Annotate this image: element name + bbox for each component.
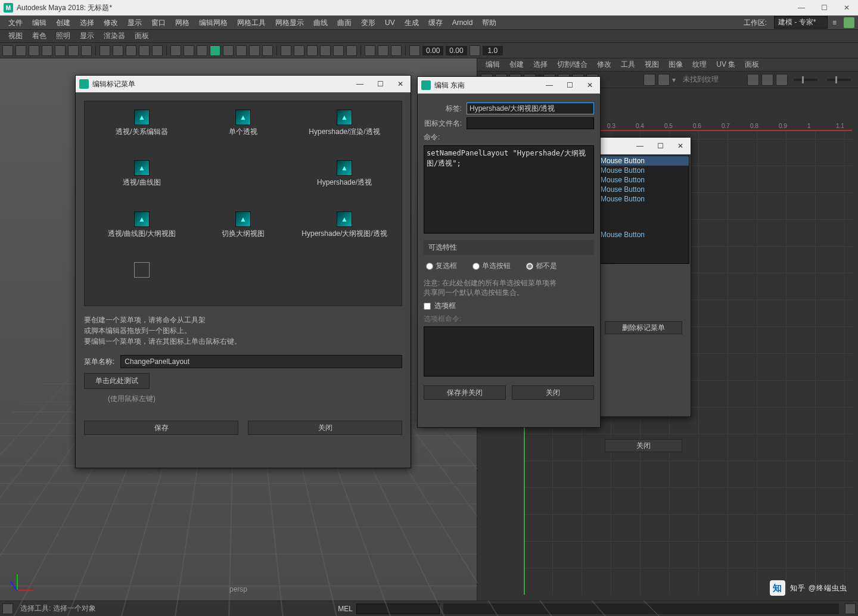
menu-item[interactable]: 变形 bbox=[356, 15, 380, 30]
coord-x[interactable]: 0.00 bbox=[422, 46, 443, 55]
delete-marking-button[interactable]: 删除标记菜单 bbox=[605, 321, 682, 334]
tool-icon[interactable] bbox=[249, 45, 260, 56]
menu-name-input[interactable] bbox=[120, 355, 402, 368]
marking-item-icon[interactable] bbox=[337, 110, 352, 125]
marking-item-icon[interactable] bbox=[134, 110, 150, 125]
close-button[interactable]: 关闭 bbox=[512, 385, 594, 400]
optionbox-command-textarea[interactable] bbox=[424, 326, 594, 377]
uv-menu[interactable]: 编辑 bbox=[481, 60, 505, 70]
menu-item[interactable]: 修改 bbox=[99, 15, 123, 30]
icon-file-input[interactable] bbox=[467, 117, 594, 129]
minimize-button[interactable]: — bbox=[539, 77, 559, 94]
scale-icon[interactable] bbox=[55, 45, 66, 56]
workspace-menu-icon[interactable]: ≡ bbox=[830, 15, 839, 30]
menu-item[interactable]: 曲线 bbox=[309, 15, 332, 30]
uv-menu[interactable]: UV 集 bbox=[711, 60, 740, 70]
uv-menu[interactable]: 选择 bbox=[529, 60, 552, 70]
uv-menu[interactable]: 图像 bbox=[664, 60, 688, 70]
menu-item[interactable]: Arnold bbox=[447, 15, 478, 30]
close-button[interactable]: 关闭 bbox=[605, 439, 682, 452]
lock-icon[interactable] bbox=[844, 17, 854, 28]
dim-slider[interactable] bbox=[827, 79, 851, 81]
label-input[interactable] bbox=[467, 102, 594, 114]
uv-menu[interactable]: 工具 bbox=[616, 60, 640, 70]
close-button[interactable]: 关闭 bbox=[248, 421, 402, 435]
tool-icon[interactable] bbox=[262, 45, 273, 56]
menu-item[interactable]: 网格显示 bbox=[271, 15, 309, 30]
tool-icon[interactable] bbox=[409, 45, 420, 56]
dim-slider[interactable] bbox=[794, 79, 817, 81]
move-icon[interactable] bbox=[29, 45, 39, 56]
tool-icon[interactable] bbox=[68, 45, 79, 56]
shading-icon[interactable] bbox=[152, 45, 163, 56]
maximize-button[interactable]: ☐ bbox=[559, 77, 580, 94]
uv-menu[interactable]: 纹理 bbox=[688, 60, 711, 70]
menu-item[interactable]: 生成 bbox=[400, 15, 424, 30]
uv-menu[interactable]: 修改 bbox=[592, 60, 616, 70]
list-item[interactable]: Mouse Button bbox=[598, 156, 689, 166]
texture-icon[interactable] bbox=[644, 74, 655, 86]
tool-icon[interactable] bbox=[333, 45, 344, 56]
radio-radiobutton[interactable]: 单选按钮 bbox=[472, 261, 511, 271]
uv-menu[interactable]: 面板 bbox=[740, 60, 764, 70]
optionbox-checkbox[interactable]: 选项框 bbox=[424, 301, 456, 311]
tool-icon[interactable] bbox=[294, 45, 304, 56]
command-textarea[interactable]: setNamedPanelLayout "Hypershade/大纲视图/透视"… bbox=[424, 145, 594, 234]
panel-menu[interactable]: 着色 bbox=[27, 31, 51, 41]
marking-item-icon[interactable] bbox=[134, 211, 150, 227]
menu-item[interactable]: UV bbox=[380, 15, 400, 30]
radio-checkbox[interactable]: 复选框 bbox=[426, 261, 457, 271]
light-icon[interactable] bbox=[170, 45, 181, 56]
shading-icon[interactable] bbox=[100, 45, 110, 56]
select-tool-icon[interactable] bbox=[2, 45, 13, 56]
menu-item[interactable]: 曲面 bbox=[332, 15, 356, 30]
uv-menu[interactable]: 创建 bbox=[505, 60, 529, 70]
script-editor-icon[interactable] bbox=[845, 603, 856, 614]
tool-icon[interactable] bbox=[307, 45, 318, 56]
isolate-icon[interactable] bbox=[210, 45, 220, 56]
workspace-selector[interactable]: 建模 - 专家* bbox=[774, 16, 828, 29]
tool-icon[interactable] bbox=[81, 45, 92, 56]
rotate-icon[interactable] bbox=[42, 45, 52, 56]
close-button[interactable]: ✕ bbox=[390, 76, 411, 92]
tool-icon[interactable] bbox=[281, 45, 291, 56]
uv-tool-icon[interactable] bbox=[776, 74, 788, 86]
menu-item[interactable]: 网格 bbox=[170, 15, 194, 30]
xray-icon[interactable] bbox=[223, 45, 234, 56]
shading-icon[interactable] bbox=[139, 45, 150, 56]
menu-item[interactable]: 网格工具 bbox=[232, 15, 271, 30]
close-button[interactable]: ✕ bbox=[670, 138, 691, 154]
hotkey-list[interactable]: Mouse Button Mouse Button Mouse Button M… bbox=[598, 155, 689, 264]
uv-tool-icon[interactable] bbox=[747, 74, 759, 86]
marking-item-icon[interactable] bbox=[337, 211, 352, 227]
list-item[interactable]: Mouse Button bbox=[598, 166, 689, 175]
test-here-button[interactable]: 单击此处测试 bbox=[84, 373, 150, 389]
menu-item[interactable]: 显示 bbox=[123, 15, 147, 30]
chevron-down-icon[interactable]: ▾ bbox=[672, 76, 676, 84]
panel-menu[interactable]: 显示 bbox=[75, 31, 99, 41]
light-icon[interactable] bbox=[197, 45, 207, 56]
panel-menu[interactable]: 渲染器 bbox=[99, 31, 130, 41]
list-item[interactable]: Mouse Button bbox=[598, 185, 689, 194]
close-button[interactable]: ✕ bbox=[580, 77, 600, 94]
uv-menu[interactable]: 视图 bbox=[640, 60, 664, 70]
save-close-button[interactable]: 保存并关闭 bbox=[424, 385, 506, 400]
checker-icon[interactable] bbox=[658, 74, 670, 86]
menu-item[interactable]: 创建 bbox=[51, 15, 75, 30]
empty-slot-icon[interactable] bbox=[134, 262, 150, 278]
coord-z[interactable]: 1.0 bbox=[483, 46, 503, 55]
uv-menu[interactable]: 切割/缝合 bbox=[552, 60, 592, 70]
tool-icon[interactable] bbox=[391, 45, 402, 56]
list-item[interactable]: Mouse Button bbox=[598, 230, 689, 239]
tool-icon[interactable] bbox=[365, 45, 375, 56]
tool-icon[interactable] bbox=[320, 45, 331, 56]
shading-icon[interactable] bbox=[113, 45, 123, 56]
list-item[interactable]: Mouse Button bbox=[598, 194, 689, 204]
shading-icon[interactable] bbox=[126, 45, 136, 56]
marking-item-icon[interactable] bbox=[337, 160, 352, 176]
menu-item[interactable]: 缓存 bbox=[424, 15, 447, 30]
marking-item-icon[interactable] bbox=[134, 160, 150, 176]
minimize-button[interactable]: — bbox=[790, 0, 813, 15]
panel-menu[interactable]: 面板 bbox=[130, 31, 154, 41]
marking-item-icon[interactable] bbox=[235, 211, 251, 227]
